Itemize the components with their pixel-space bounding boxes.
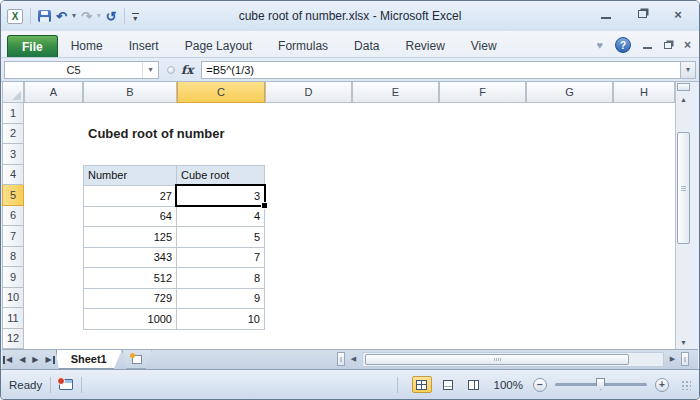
name-box-dropdown-icon[interactable]: ▾: [142, 62, 158, 78]
cell-b9[interactable]: 512: [84, 268, 177, 289]
zoom-in-button[interactable]: +: [655, 378, 669, 392]
cell-c6[interactable]: 4: [177, 207, 265, 228]
column-header-b[interactable]: B: [83, 82, 177, 103]
expand-ribbon-icon[interactable]: ♥: [596, 40, 603, 51]
row-header-2[interactable]: 2: [2, 124, 24, 145]
zoom-out-button[interactable]: −: [533, 378, 547, 392]
normal-view-button[interactable]: [412, 376, 432, 393]
function-zone: fx: [159, 63, 201, 77]
formula-input[interactable]: =B5^(1/3): [201, 61, 680, 79]
cell-c7[interactable]: 5: [177, 227, 265, 248]
row-header-1[interactable]: 1: [2, 103, 24, 124]
worksheet-grid[interactable]: Cubed root of number Number Cube root 27…: [24, 103, 675, 349]
tab-insert[interactable]: Insert: [116, 35, 172, 57]
close-button[interactable]: ×: [671, 8, 685, 20]
tab-view[interactable]: View: [458, 35, 510, 57]
customize-quick-access-icon[interactable]: ▾: [132, 11, 139, 22]
first-sheet-icon[interactable]: ◀: [6, 356, 12, 364]
horizontal-split-handle[interactable]: I: [681, 352, 689, 366]
column-header-e[interactable]: E: [352, 82, 439, 103]
row-header-9[interactable]: 9: [2, 267, 24, 288]
row-header-4[interactable]: 4: [2, 165, 24, 186]
row-header-8[interactable]: 8: [2, 247, 24, 268]
table-header-row: Number Cube root: [84, 166, 265, 187]
row-header-5-selected[interactable]: 5: [2, 185, 24, 206]
next-sheet-icon[interactable]: ▶: [32, 356, 38, 364]
help-button[interactable]: ?: [615, 37, 631, 53]
workbook-restore-icon[interactable]: [664, 42, 672, 49]
cell-b5[interactable]: 27: [84, 186, 177, 207]
tab-formulas[interactable]: Formulas: [265, 35, 341, 57]
zoom-level[interactable]: 100%: [494, 379, 523, 391]
tab-file[interactable]: File: [7, 35, 58, 57]
select-all-button[interactable]: [2, 82, 24, 103]
restore-button[interactable]: [635, 8, 649, 20]
title-bar: X ↶ ▾ ↷ ▾ ↺ ▾ cube root of number.xlsx -…: [1, 1, 699, 31]
cell-b10[interactable]: 729: [84, 289, 177, 310]
cell-b7[interactable]: 125: [84, 227, 177, 248]
excel-app-icon[interactable]: X: [7, 9, 23, 24]
save-icon[interactable]: [38, 10, 51, 22]
workbook-minimize-icon[interactable]: [643, 41, 652, 49]
cell-c11[interactable]: 10: [177, 309, 265, 330]
scroll-left-button[interactable]: ◀: [347, 352, 360, 366]
active-cell-selection-border[interactable]: [175, 184, 266, 207]
row-header-10[interactable]: 10: [2, 288, 24, 309]
resize-grip[interactable]: [681, 380, 691, 390]
cell-b6[interactable]: 64: [84, 207, 177, 228]
table-row: 125 5: [84, 227, 265, 248]
scroll-right-button[interactable]: ▶: [666, 352, 679, 366]
insert-worksheet-tab[interactable]: [122, 350, 152, 369]
workbook-close-icon[interactable]: ×: [684, 39, 691, 51]
column-header-a[interactable]: A: [24, 82, 83, 103]
name-box[interactable]: C5 ▾: [4, 61, 159, 79]
tab-home[interactable]: Home: [58, 35, 116, 57]
tab-review[interactable]: Review: [392, 35, 457, 57]
page-break-view-button[interactable]: [464, 376, 484, 393]
row-header-11[interactable]: 11: [2, 308, 24, 329]
window-controls: ×: [599, 8, 685, 20]
previous-sheet-icon[interactable]: ◀: [19, 356, 25, 364]
scroll-down-button[interactable]: ▼: [676, 335, 691, 349]
expand-formula-bar-icon[interactable]: ▾: [680, 61, 696, 79]
column-header-d[interactable]: D: [265, 82, 352, 103]
tab-data[interactable]: Data: [341, 35, 392, 57]
cell-c9[interactable]: 8: [177, 268, 265, 289]
tab-split-handle[interactable]: I: [337, 352, 345, 366]
horizontal-scroll-thumb[interactable]: [365, 354, 629, 365]
cell-b11[interactable]: 1000: [84, 309, 177, 330]
worksheet-title-cell[interactable]: Cubed root of number: [88, 126, 225, 141]
row-header-12[interactable]: 12: [2, 329, 24, 350]
scroll-up-button[interactable]: ▲: [676, 92, 691, 106]
tab-page-layout[interactable]: Page Layout: [172, 35, 265, 57]
cell-c8[interactable]: 7: [177, 248, 265, 269]
page-layout-view-button[interactable]: [438, 376, 458, 393]
last-sheet-icon[interactable]: ▶: [45, 356, 51, 364]
cell-b8[interactable]: 343: [84, 248, 177, 269]
zoom-slider-thumb[interactable]: [596, 378, 605, 390]
insert-function-icon[interactable]: fx: [181, 63, 193, 77]
repeat-icon[interactable]: ↺: [106, 10, 117, 23]
undo-dropdown-icon[interactable]: ▾: [72, 12, 76, 20]
column-header-f[interactable]: F: [439, 82, 526, 103]
zoom-slider-track[interactable]: [555, 383, 647, 386]
row-header-7[interactable]: 7: [2, 226, 24, 247]
cell-c10[interactable]: 9: [177, 289, 265, 310]
table-header-cube-root[interactable]: Cube root: [177, 166, 265, 187]
row-header-6[interactable]: 6: [2, 206, 24, 227]
undo-icon[interactable]: ↶: [56, 10, 67, 23]
vertical-scroll-thumb[interactable]: [677, 132, 690, 244]
status-mode: Ready: [9, 379, 42, 391]
vertical-scroll-track[interactable]: [676, 106, 691, 335]
column-header-g[interactable]: G: [526, 82, 613, 103]
horizontal-scroll-track[interactable]: [362, 352, 664, 367]
column-header-h[interactable]: H: [613, 82, 675, 103]
status-bar: Ready 100% − +: [1, 369, 699, 399]
column-header-c-selected[interactable]: C: [177, 82, 265, 103]
vertical-split-handle[interactable]: [677, 83, 690, 91]
row-header-3[interactable]: 3: [2, 144, 24, 165]
sheet-tab-sheet1[interactable]: Sheet1: [56, 350, 122, 369]
macro-record-icon[interactable]: [59, 379, 73, 390]
minimize-button[interactable]: [599, 8, 613, 20]
table-header-number[interactable]: Number: [84, 166, 177, 187]
